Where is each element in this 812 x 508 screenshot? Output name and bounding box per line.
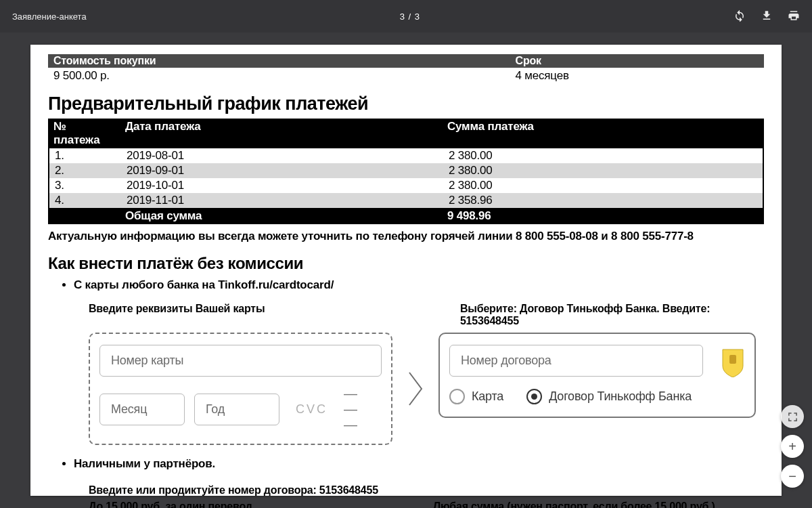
col-num: № платежа — [48, 119, 120, 148]
document-page: Стоимость покупки Срок 9 500.00 р. 4 мес… — [30, 45, 782, 496]
schedule-table: № платежа Дата платежа Сумма платежа 1. … — [48, 119, 764, 224]
print-icon[interactable] — [788, 9, 800, 24]
contract-number-field[interactable]: Номер договора — [449, 345, 703, 377]
table-row: 3. 2019-10-01 2 380.00 — [48, 178, 764, 193]
cost-value: 9 500.00 р. — [48, 68, 510, 84]
contract-note: Введите или продиктуйте номер договора: … — [89, 484, 764, 496]
year-field[interactable]: Год — [194, 394, 279, 425]
cvc-dashes: — — — — [344, 386, 382, 433]
download-icon[interactable] — [761, 9, 773, 24]
page-indicator: 3 / 3 — [400, 12, 420, 22]
card-entry-form: Номер карты Месяц Год CVC — — — — [89, 333, 392, 445]
rotate-icon[interactable] — [734, 9, 746, 24]
col-date: Дата платежа — [120, 119, 442, 148]
hotline-text: Актуальную информацию вы всегда можете у… — [48, 230, 764, 243]
payment-heading: Как внести платёж без комиссии — [48, 254, 764, 273]
zoom-out-button[interactable]: − — [781, 465, 804, 488]
radio-card[interactable]: Карта — [449, 389, 503, 404]
partner-limit-left: До 15 000 руб. за один перевод — [89, 501, 420, 508]
pay-method-card: С карты любого банка на Tinkoff.ru/cardt… — [74, 278, 764, 292]
pay-method-cash: Наличными у партнёров. — [74, 457, 764, 471]
contract-entry-form: Номер договора Карта Договор Тинькофф Ба… — [438, 333, 756, 418]
table-row: 1. 2019-08-01 2 380.00 — [48, 148, 764, 163]
fit-page-button[interactable] — [781, 405, 804, 428]
arrow-right-icon — [395, 333, 436, 445]
document-title: Заявление-анкета — [12, 12, 87, 22]
schedule-heading: Предварительный график платежей — [48, 93, 764, 114]
tinkoff-shield-icon — [721, 347, 745, 377]
purchase-values: 9 500.00 р. 4 месяцев — [48, 68, 764, 84]
table-row: 2. 2019-09-01 2 380.00 — [48, 163, 764, 178]
cvc-label: CVC — [296, 402, 328, 417]
zoom-in-button[interactable]: + — [781, 435, 804, 458]
term-value: 4 месяцев — [510, 68, 786, 84]
left-card-caption: Введите реквизиты Вашей карты — [89, 303, 420, 315]
month-field[interactable]: Месяц — [99, 394, 185, 425]
total-label: Общая сумма — [120, 208, 442, 224]
total-value: 9 498.96 — [442, 208, 764, 224]
card-number-field[interactable]: Номер карты — [99, 345, 382, 377]
radio-contract[interactable]: Договор Тинькофф Банка — [526, 389, 692, 404]
col-sum: Сумма платежа — [442, 119, 764, 148]
term-label: Срок — [510, 54, 786, 68]
right-card-caption: Выберите: Договор Тинькофф Банка. Введит… — [460, 303, 764, 327]
partner-limit-right: Любая сумма (нужен паспорт, если более 1… — [433, 501, 764, 508]
pdf-toolbar: Заявление-анкета 3 / 3 — [0, 0, 812, 33]
cost-label: Стоимость покупки — [48, 54, 510, 68]
purchase-header: Стоимость покупки Срок — [48, 54, 764, 68]
table-row: 4. 2019-11-01 2 358.96 — [48, 193, 764, 208]
svg-rect-0 — [729, 355, 736, 364]
